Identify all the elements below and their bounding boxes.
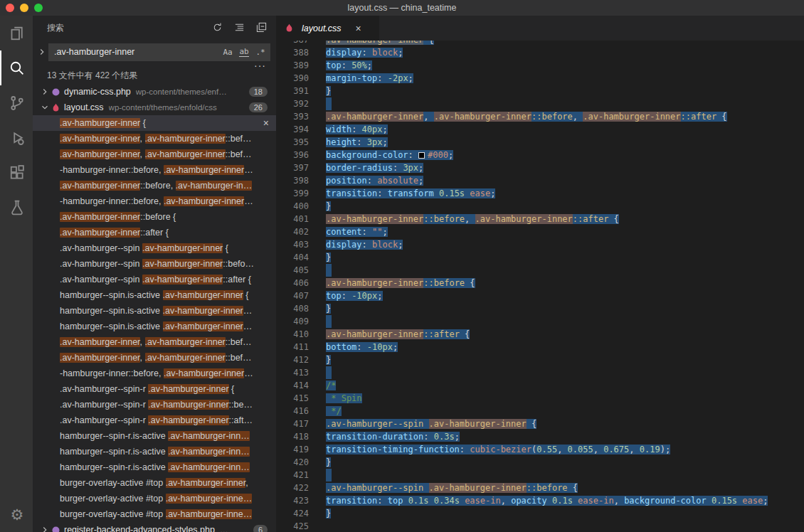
explorer-icon[interactable] xyxy=(0,16,33,50)
search-result-row[interactable]: burger-overlay-active #top .av-hamburger… xyxy=(33,491,276,506)
code-line[interactable]: 404} xyxy=(276,251,804,264)
code-line[interactable]: 397border-radius: 3px; xyxy=(276,161,804,174)
line-number: 400 xyxy=(276,200,309,213)
line-number: 407 xyxy=(276,289,309,302)
code-line[interactable]: 406.av-hamburger-inner::before { xyxy=(276,277,804,289)
search-result-row[interactable]: .av-hamburger-inner, .av-hamburger-inner… xyxy=(33,350,276,366)
code-line[interactable]: 423transition: top 0.1s 0.34s ease-in, o… xyxy=(276,494,804,507)
search-result-row[interactable]: .av-hamburger--spin-r .av-hamburger-inne… xyxy=(33,413,276,428)
open-in-editor-icon[interactable] xyxy=(233,21,245,33)
line-number: 421 xyxy=(276,469,309,482)
code-line[interactable]: 400} xyxy=(276,200,804,213)
zoom-window-button[interactable] xyxy=(34,4,43,12)
match-highlight: .av-hamburger-inner xyxy=(60,118,140,128)
code-line[interactable]: 422.av-hamburger--spin .av-hamburger-inn… xyxy=(276,482,804,494)
code-line[interactable]: 410.av-hamburger-inner::after { xyxy=(276,328,804,341)
code-line[interactable]: 396background-color: #000; xyxy=(276,149,804,161)
settings-gear-icon[interactable]: ⚙ xyxy=(0,497,33,532)
search-result-row[interactable]: .av-hamburger-inner {× xyxy=(33,115,276,131)
search-result-row[interactable]: -hamburger-inner::before, .av-hamburger-… xyxy=(33,193,276,209)
close-window-button[interactable] xyxy=(6,4,14,12)
match-highlight: .av-hamburger-in… xyxy=(176,181,253,191)
code-line[interactable]: 402content: ""; xyxy=(276,225,804,238)
line-number: 393 xyxy=(276,110,309,123)
file-row-register-backend[interactable]: register-backend-advanced-styles.php … 6 xyxy=(33,522,276,532)
search-result-row[interactable]: .av-hamburger--spin .av-hamburger-inner:… xyxy=(33,256,276,272)
code-line[interactable]: 412} xyxy=(276,353,804,366)
code-line[interactable]: 388display: block; xyxy=(276,46,804,59)
tab-layout-css[interactable]: layout.css × xyxy=(276,16,379,41)
match-case-toggle[interactable]: Aa xyxy=(221,46,235,59)
code-line[interactable]: 389top: 50%; xyxy=(276,59,804,72)
code-editor[interactable]: 387.av-hamburger-inner {388display: bloc… xyxy=(276,41,804,532)
refresh-icon[interactable] xyxy=(211,21,223,33)
search-result-row[interactable]: -hamburger-inner::before, .av-hamburger-… xyxy=(33,162,276,178)
search-result-row[interactable]: .av-hamburger--spin-r .av-hamburger-inne… xyxy=(33,381,276,397)
search-result-row[interactable]: burger-overlay-active #top .av-hamburger… xyxy=(33,475,276,491)
code-line[interactable]: 390margin-top: -2px; xyxy=(276,72,804,85)
code-line[interactable]: 424} xyxy=(276,507,804,520)
search-result-row[interactable]: hamburger--spin-r.is-active .av-hamburge… xyxy=(33,428,276,444)
run-debug-icon[interactable] xyxy=(0,120,33,155)
code-line[interactable]: 411bottom: -10px; xyxy=(276,341,804,353)
code-line[interactable]: 399transition: transform 0.15s ease; xyxy=(276,187,804,200)
search-result-row[interactable]: hamburger--spin.is-active .av-hamburger-… xyxy=(33,303,276,319)
search-result-row[interactable]: .av-hamburger--spin .av-hamburger-inner:… xyxy=(33,272,276,287)
search-result-row[interactable]: .av-hamburger-inner, .av-hamburger-inner… xyxy=(33,334,276,350)
collapse-all-icon[interactable] xyxy=(255,21,268,33)
code-line[interactable]: 395height: 3px; xyxy=(276,136,804,149)
testing-flask-icon[interactable] xyxy=(0,190,33,225)
code-line[interactable]: 408} xyxy=(276,302,804,315)
code-line[interactable]: 417.av-hamburger--spin .av-hamburger-inn… xyxy=(276,417,804,430)
code-line[interactable]: 421 xyxy=(276,469,804,482)
code-line[interactable]: 420} xyxy=(276,456,804,469)
code-line[interactable]: 418transition-duration: 0.3s; xyxy=(276,430,804,443)
search-result-row[interactable]: .av-hamburger--spin .av-hamburger-inner … xyxy=(33,240,276,256)
search-result-row[interactable]: .av-hamburger-inner::after { xyxy=(33,225,276,240)
code-line[interactable]: 393.av-hamburger-inner, .av-hamburger-in… xyxy=(276,110,804,123)
line-number: 409 xyxy=(276,315,309,328)
code-line[interactable]: 401.av-hamburger-inner::before, .av-hamb… xyxy=(276,213,804,225)
code-line[interactable]: 419transition-timing-function: cubic-bez… xyxy=(276,443,804,456)
search-icon[interactable] xyxy=(0,50,33,85)
code-line[interactable]: 416 */ xyxy=(276,405,804,417)
search-result-row[interactable]: hamburger--spin-r.is-active .av-hamburge… xyxy=(33,459,276,475)
search-result-row[interactable]: hamburger--spin.is-active .av-hamburger-… xyxy=(33,319,276,334)
regex-toggle[interactable]: .* xyxy=(253,46,268,59)
search-result-row[interactable]: hamburger--spin.is-active .av-hamburger-… xyxy=(33,287,276,303)
code-line[interactable]: 405 xyxy=(276,264,804,277)
code-line[interactable]: 409 xyxy=(276,315,804,328)
code-line[interactable]: 398position: absolute; xyxy=(276,174,804,187)
extensions-icon[interactable] xyxy=(0,155,33,190)
toggle-replace-chevron-icon[interactable] xyxy=(37,47,47,57)
search-result-row[interactable]: burger-overlay-active #top .av-hamburger… xyxy=(33,506,276,522)
code-line[interactable]: 414/* xyxy=(276,379,804,392)
minimize-window-button[interactable] xyxy=(20,4,28,12)
code-line[interactable]: 387.av-hamburger-inner { xyxy=(276,41,804,46)
search-results-list: .av-hamburger-inner {×.av-hamburger-inne… xyxy=(33,115,276,522)
code-line[interactable]: 425 xyxy=(276,520,804,532)
search-result-row[interactable]: .av-hamburger-inner, .av-hamburger-inner… xyxy=(33,131,276,147)
code-line[interactable]: 415 * Spin xyxy=(276,392,804,405)
search-result-row[interactable]: .av-hamburger-inner::before, .av-hamburg… xyxy=(33,178,276,193)
color-swatch[interactable] xyxy=(418,152,425,159)
code-line[interactable]: 403display: block; xyxy=(276,238,804,251)
search-result-row[interactable]: -hamburger-inner::before, .av-hamburger-… xyxy=(33,366,276,381)
code-line[interactable]: 392 xyxy=(276,97,804,110)
search-result-row[interactable]: hamburger--spin-r.is-active .av-hamburge… xyxy=(33,444,276,459)
file-row-layout-css[interactable]: layout.css wp-content/themes/enfold/css … xyxy=(33,100,276,115)
match-highlight: .av-hamburger-inner xyxy=(148,400,228,410)
search-result-row[interactable]: .av-hamburger-inner, .av-hamburger-inner… xyxy=(33,147,276,162)
whole-word-toggle[interactable]: ab xyxy=(237,46,251,59)
file-row-dynamic-css[interactable]: dynamic-css.php wp-content/themes/enf… 1… xyxy=(33,84,276,100)
source-control-icon[interactable] xyxy=(0,85,33,120)
code-line[interactable]: 407top: -10px; xyxy=(276,289,804,302)
search-result-row[interactable]: .av-hamburger-inner::before { xyxy=(33,209,276,225)
code-line[interactable]: 391} xyxy=(276,85,804,97)
code-line[interactable]: 394width: 40px; xyxy=(276,123,804,136)
dismiss-result-icon[interactable]: × xyxy=(263,115,269,131)
search-result-row[interactable]: .av-hamburger--spin-r .av-hamburger-inne… xyxy=(33,397,276,413)
close-tab-icon[interactable]: × xyxy=(356,23,361,34)
more-actions-icon[interactable]: ··· xyxy=(254,60,266,71)
code-line[interactable]: 413 xyxy=(276,366,804,379)
